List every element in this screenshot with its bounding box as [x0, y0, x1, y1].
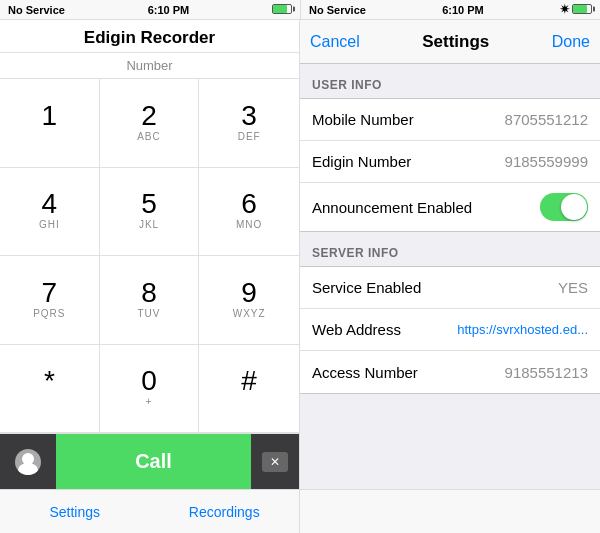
backspace-icon: [262, 452, 288, 472]
left-status-bar: No Service 6:10 PM: [0, 0, 300, 20]
mobile-number-row: Mobile Number 8705551212: [300, 99, 600, 141]
cancel-button[interactable]: Cancel: [310, 33, 360, 51]
dial-key-5[interactable]: 5JKL: [100, 168, 200, 257]
web-address-value[interactable]: https://svrxhosted.ed...: [457, 322, 588, 337]
service-enabled-row: Service Enabled YES: [300, 267, 600, 309]
left-signal: No Service: [8, 4, 65, 16]
toggle-knob: [561, 194, 587, 220]
delete-button[interactable]: [251, 434, 299, 489]
dialpad-bottom: Call: [0, 433, 299, 489]
right-panel: Cancel Settings Done USER INFO Mobile Nu…: [300, 20, 600, 533]
right-battery-area: ✷: [560, 3, 592, 16]
access-number-value: 9185551213: [505, 364, 588, 381]
right-time: 6:10 PM: [442, 4, 484, 16]
server-info-header: SERVER INFO: [300, 232, 600, 266]
dial-key-2[interactable]: 2ABC: [100, 79, 200, 168]
edigin-number-label: Edigin Number: [312, 153, 411, 170]
announcement-enabled-row: Announcement Enabled: [300, 183, 600, 231]
bluetooth-icon: ✷: [560, 3, 569, 16]
edigin-number-row: Edigin Number 9185559999: [300, 141, 600, 183]
settings-title: Settings: [422, 32, 489, 52]
dial-key-3[interactable]: 3DEF: [199, 79, 299, 168]
dial-key-0[interactable]: 0+: [100, 345, 200, 434]
dial-key-#[interactable]: #: [199, 345, 299, 434]
dial-key-9[interactable]: 9WXYZ: [199, 256, 299, 345]
right-signal: No Service: [309, 4, 366, 16]
user-info-header: USER INFO: [300, 64, 600, 98]
app-title: Edigin Recorder: [0, 20, 299, 53]
status-bars: No Service 6:10 PM No Service 6:10 PM ✷: [0, 0, 600, 20]
web-address-label: Web Address: [312, 321, 401, 338]
left-battery-area: [272, 4, 292, 16]
access-number-label: Access Number: [312, 364, 418, 381]
user-info-group: Mobile Number 8705551212 Edigin Number 9…: [300, 98, 600, 232]
server-info-group: Service Enabled YES Web Address https://…: [300, 266, 600, 394]
contact-button[interactable]: [0, 434, 56, 489]
settings-spacer: [300, 394, 600, 424]
dial-key-4[interactable]: 4GHI: [0, 168, 100, 257]
tab-recordings[interactable]: Recordings: [150, 490, 300, 533]
announcement-toggle[interactable]: [540, 193, 588, 221]
mobile-number-label: Mobile Number: [312, 111, 414, 128]
settings-body: USER INFO Mobile Number 8705551212 Edigi…: [300, 64, 600, 489]
tab-bar: Settings Recordings: [0, 489, 299, 533]
right-status-bar: No Service 6:10 PM ✷: [300, 0, 600, 20]
mobile-number-value: 8705551212: [505, 111, 588, 128]
done-button[interactable]: Done: [552, 33, 590, 51]
service-enabled-label: Service Enabled: [312, 279, 421, 296]
number-label: Number: [0, 53, 299, 79]
call-label: Call: [135, 450, 172, 473]
left-time: 6:10 PM: [148, 4, 190, 16]
settings-tab-bar: [300, 489, 600, 533]
web-address-row: Web Address https://svrxhosted.ed...: [300, 309, 600, 351]
tab-settings[interactable]: Settings: [0, 490, 150, 533]
service-enabled-value: YES: [558, 279, 588, 296]
right-battery-icon: [572, 4, 592, 16]
access-number-row: Access Number 9185551213: [300, 351, 600, 393]
dial-key-1[interactable]: 1: [0, 79, 100, 168]
call-button[interactable]: Call: [56, 434, 251, 489]
dial-key-*[interactable]: *: [0, 345, 100, 434]
left-battery-icon: [272, 4, 292, 16]
contact-icon: [15, 449, 41, 475]
dial-key-8[interactable]: 8TUV: [100, 256, 200, 345]
settings-header: Cancel Settings Done: [300, 20, 600, 64]
dial-key-6[interactable]: 6MNO: [199, 168, 299, 257]
dialpad-grid: 12ABC3DEF4GHI5JKL6MNO7PQRS8TUV9WXYZ*0+#: [0, 79, 299, 433]
announcement-enabled-label: Announcement Enabled: [312, 199, 472, 216]
left-panel: Edigin Recorder Number 12ABC3DEF4GHI5JKL…: [0, 20, 300, 533]
edigin-number-value: 9185559999: [505, 153, 588, 170]
main-content: Edigin Recorder Number 12ABC3DEF4GHI5JKL…: [0, 20, 600, 533]
dial-key-7[interactable]: 7PQRS: [0, 256, 100, 345]
